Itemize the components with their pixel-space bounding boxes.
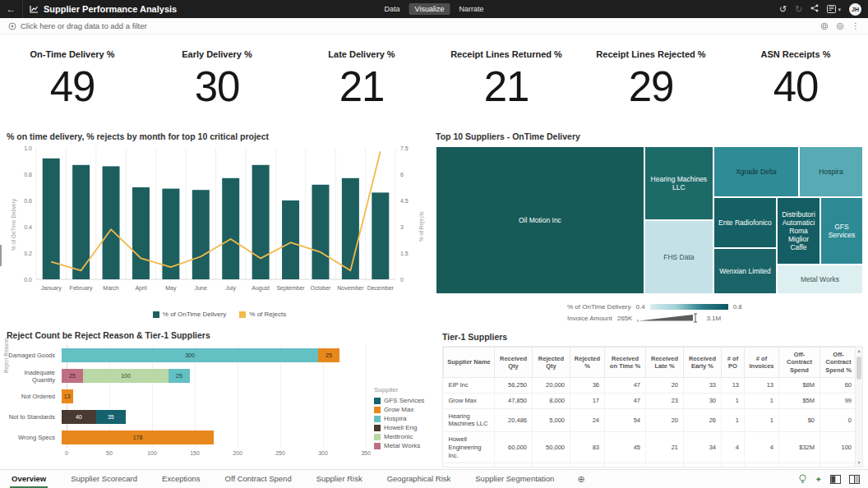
segment-hospira[interactable]: 300 xyxy=(62,348,318,362)
filter-prompt-text: Click here or drag data to add a filter xyxy=(21,21,147,30)
legend-item-of-ontime-delivery: % of OnTime Delivery xyxy=(153,311,227,318)
canvas-tab-geographical-risk[interactable]: Geographical Risk xyxy=(386,470,453,488)
segment-hospira[interactable]: 25 xyxy=(169,369,190,383)
add-filter-area[interactable]: Click here or drag data to add a filter xyxy=(8,21,147,30)
segment-grow-max[interactable]: 178 xyxy=(62,430,214,444)
segment-gfs-services[interactable]: 35 xyxy=(96,410,126,424)
segment-metal-works[interactable]: 25 xyxy=(62,369,83,383)
scroll-up-icon[interactable]: ▲ xyxy=(856,348,862,353)
canvas-tab-supplier-risk[interactable]: Supplier Risk xyxy=(315,470,364,488)
panel-left-layout-icon[interactable] xyxy=(830,475,841,484)
bar-june[interactable] xyxy=(192,190,210,279)
value-cell: 100 xyxy=(820,432,857,463)
kpi-late-delivery[interactable]: Late Delivery %21 xyxy=(289,39,434,128)
column-header-received-on-time[interactable]: Received on Time % xyxy=(605,348,646,378)
canvas-tab-exceptions[interactable]: Exceptions xyxy=(160,470,201,488)
legend-swatch xyxy=(153,311,159,318)
column-header-of-po[interactable]: # of PO xyxy=(722,348,745,378)
segment-grow-max[interactable]: 25 xyxy=(318,348,339,362)
treemap-tile-distributori-automatici-roma-miglior-caffe[interactable]: Distributori Automatici Roma Miglior Caf… xyxy=(777,197,820,265)
canvas-tab-off-contract-spend[interactable]: Off Contract Spend xyxy=(224,470,293,488)
back-button[interactable]: ← xyxy=(0,0,23,18)
canvas-tab-supplier-segmentation[interactable]: Supplier Segmentation xyxy=(473,470,556,488)
treemap-tile-hearing-machines-llc[interactable]: Hearing Machines LLC xyxy=(644,146,713,220)
share-icon[interactable] xyxy=(810,4,819,14)
canvas-tab-supplier-scorecard[interactable]: Supplier Scorecard xyxy=(69,470,139,488)
undo-icon[interactable]: ↺ xyxy=(779,5,787,14)
insights-bulb-icon[interactable] xyxy=(798,474,807,484)
value-cell: 50,000 xyxy=(533,432,570,463)
table-header-row: Supplier NameReceived QtyRejected QtyRej… xyxy=(444,348,857,378)
treemap-tile-fhs-data[interactable]: FHS Data xyxy=(644,220,713,294)
tab-data[interactable]: Data xyxy=(379,3,406,15)
segment-medtronic[interactable]: 100 xyxy=(83,369,169,383)
bar-august[interactable] xyxy=(252,165,270,279)
column-header-received-qty[interactable]: Received Qty xyxy=(495,348,533,378)
treemap-tile-oil-motion-inc[interactable]: Oil Motion Inc xyxy=(436,146,644,294)
avatar[interactable]: JH xyxy=(849,3,861,16)
segment-howell-eng[interactable]: 40 xyxy=(62,410,96,424)
svg-text:1.0: 1.0 xyxy=(24,145,32,151)
value-cell: 13 xyxy=(722,378,745,394)
tab-visualize[interactable]: Visualize xyxy=(409,3,450,15)
treemap-tile-wenxian-limited[interactable]: Wenxian Limited xyxy=(713,248,777,294)
bar-january[interactable] xyxy=(43,159,60,279)
treemap-tile-hospira[interactable]: Hospira xyxy=(799,146,863,197)
add-canvas-button[interactable]: ⊕ xyxy=(577,470,584,488)
canvas-tab-overview[interactable]: Overview xyxy=(10,470,48,488)
kpi-early-delivery[interactable]: Early Delivery %30 xyxy=(145,39,289,128)
legend-swatch xyxy=(374,416,381,422)
more-options-icon[interactable]: ⋮ xyxy=(852,21,860,30)
reject-row-inadequate-quantity: Inadequate Quantity2510025 xyxy=(7,366,432,386)
ai-sparkle-icon[interactable]: ✦ xyxy=(815,475,822,484)
bar-september[interactable] xyxy=(282,200,299,279)
column-header-received-early[interactable]: Received Early % xyxy=(684,348,722,378)
kpi-asn-receipts[interactable]: ASN Receipts %40 xyxy=(723,39,868,128)
table-row[interactable]: Howell Engineering Inc.60,00050,00083452… xyxy=(444,432,857,463)
bar-november[interactable] xyxy=(342,178,359,279)
kpi-on-time-delivery[interactable]: On-Time Delivery %49 xyxy=(0,39,145,128)
column-header-rejected-qty[interactable]: Rejected Qty xyxy=(533,348,570,378)
value-cell: $32M xyxy=(779,432,820,463)
scrollbar-thumb[interactable] xyxy=(856,357,861,380)
column-header-of-invoices[interactable]: # of Invoices xyxy=(745,348,779,378)
bar-april[interactable] xyxy=(132,187,150,279)
table-row[interactable]: EIP Inc56,25020,000364720331313$8M60 xyxy=(444,378,857,394)
canvas-settings-icon[interactable] xyxy=(820,22,829,30)
save-icon[interactable]: ▾ xyxy=(827,5,841,13)
segment-grow-max[interactable]: 13 xyxy=(62,389,73,403)
table-scrollbar[interactable]: ▲ ▼ xyxy=(855,347,862,467)
view-tabs: DataVisualizeNarrate xyxy=(379,3,490,15)
treemap-tile-gfs-services[interactable]: GFS Services xyxy=(820,197,863,265)
column-header-supplier-name[interactable]: Supplier Name xyxy=(444,348,495,378)
add-filter-icon xyxy=(8,22,16,30)
treemap-tile-metal-works[interactable]: Metal Works xyxy=(777,265,863,294)
table-row[interactable]: JGA79,95030,0003852202855$19M58 xyxy=(444,463,857,467)
bar-march[interactable] xyxy=(103,166,120,279)
column-header-rejected[interactable]: Rejected % xyxy=(570,348,605,378)
monthly-chart-legend: % of OnTime Delivery% of Rejects xyxy=(7,311,432,318)
bar-july[interactable] xyxy=(222,178,239,279)
redo-icon[interactable]: ↻ xyxy=(795,5,802,14)
value-cell: 20,000 xyxy=(533,378,570,394)
display-options-icon[interactable] xyxy=(836,22,844,30)
value-cell: $0 xyxy=(779,408,820,432)
table-row[interactable]: Grow Max47,8508,0001747233011$5M99 xyxy=(444,393,857,408)
value-cell: 52 xyxy=(605,463,646,467)
treemap-tile-ente-radiofonico[interactable]: Ente Radiofonico xyxy=(713,197,777,248)
treemap: Oil Motion IncHearing Machines LLCFHS Da… xyxy=(436,146,863,294)
table-row[interactable]: Hearing Machines LLC20,4865,000245420261… xyxy=(444,408,857,432)
tab-narrate[interactable]: Narrate xyxy=(453,3,489,15)
column-header-off-contract-spend[interactable]: Off-Contract Spend % xyxy=(820,348,857,378)
supplier-name-cell: Hearing Machines LLC xyxy=(444,408,495,432)
treemap-tile-xgrade-delta[interactable]: Xgrade Delta xyxy=(713,146,799,197)
bar-december[interactable] xyxy=(372,192,389,279)
bar-october[interactable] xyxy=(312,185,329,279)
scroll-down-icon[interactable]: ▼ xyxy=(856,460,862,465)
column-header-received-late[interactable]: Received Late % xyxy=(646,348,684,378)
panel-columns-layout-icon[interactable] xyxy=(849,475,860,484)
treemap-size-max: 3.1M xyxy=(706,315,721,322)
column-header-off-contract-spend[interactable]: Off-Contract Spend xyxy=(779,348,820,378)
kpi-receipt-lines-returned[interactable]: Receipt Lines Returned %21 xyxy=(434,39,579,128)
kpi-receipt-lines-rejected[interactable]: Receipt Lines Rejected %29 xyxy=(579,39,723,128)
